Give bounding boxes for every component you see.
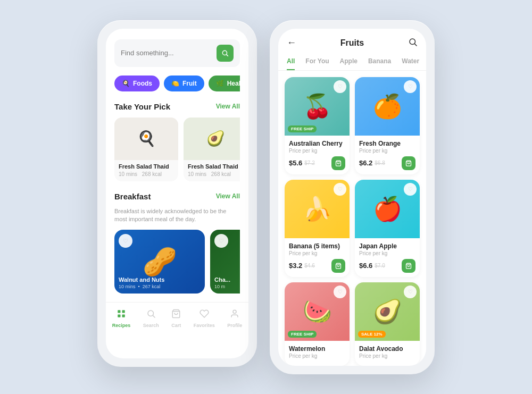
product-emoji-2: 🍌 <box>303 195 332 223</box>
breakfast-view-all[interactable]: View All <box>216 192 240 200</box>
phone1: 🍳 Foods 🍋 Fruit 🌿 Healthy Take Your Pick <box>97 20 257 367</box>
product-img-5: 🥑 ♡ SALE 12% <box>355 282 420 341</box>
tab-all[interactable]: All <box>287 57 295 70</box>
breakfast-name-0: Walnut and Nuts <box>119 276 164 283</box>
cart-btn-1[interactable] <box>402 156 415 170</box>
product-info-4: Watermelon Price per kg <box>285 341 350 366</box>
product-heart-3[interactable]: ♡ <box>404 183 417 196</box>
svg-rect-3 <box>122 311 125 313</box>
breakfast-card-0: 🥜 ♡ Walnut and Nuts 10 mins • 267 kcal <box>114 230 205 294</box>
phone2-inner: ← Fruits All For You Apple Banana Water <box>278 29 426 366</box>
search-input[interactable] <box>121 49 217 57</box>
svg-rect-4 <box>118 315 120 317</box>
pick-emoji-1: 🥑 <box>206 130 225 147</box>
product-heart-5[interactable]: ♡ <box>404 286 417 298</box>
picks-view-all[interactable]: View All <box>216 103 240 110</box>
svg-line-11 <box>414 44 417 46</box>
nav-profile[interactable]: Profile <box>227 309 242 328</box>
pick-card-1: 🥑 Fresh Salad Thaid 10 mins 268 kcal <box>184 118 240 181</box>
product-info-2: Banana (5 items) Price per kg $3.2 $4.6 <box>285 238 350 277</box>
phone2: ← Fruits All For You Apple Banana Water <box>270 20 435 374</box>
healthy-icon: 🌿 <box>216 80 224 87</box>
search-icon-btn[interactable] <box>408 37 418 49</box>
product-img-0: 🍒 ♡ FREE SHIP <box>285 77 350 136</box>
fruit-icon: 🍋 <box>171 80 179 87</box>
profile-nav-icon <box>230 309 239 321</box>
nav-cart[interactable]: Cart <box>171 309 181 328</box>
search-nav-icon <box>146 309 156 321</box>
picks-title: Take Your Pick <box>114 102 170 111</box>
product-heart-1[interactable]: ♡ <box>404 80 417 93</box>
other-emoji: 🌿 <box>238 246 240 278</box>
price-current-2: $3.2 <box>289 262 302 270</box>
pick-name-0: Fresh Salad Thaid <box>119 163 174 170</box>
product-info-1: Fresh Orange Price per kg $6.2 $6.8 <box>355 136 420 174</box>
product-card-5: 🥑 ♡ SALE 12% Dalat Avocado Price per kg <box>355 282 420 366</box>
nav-search-label: Search <box>143 323 159 328</box>
svg-point-6 <box>148 311 154 316</box>
pick-info-0: Fresh Salad Thaid 10 mins 268 kcal <box>114 160 178 181</box>
svg-rect-5 <box>122 315 125 317</box>
tab-foryou[interactable]: For You <box>305 57 329 70</box>
nav-recipes[interactable]: Recipes <box>112 309 131 328</box>
product-info-5: Dalat Avocado Price per kg <box>355 341 420 366</box>
cat-foods-label: Foods <box>133 80 152 87</box>
product-card-4: 🍉 ♡ FREE SHIP Watermelon Price per kg <box>285 282 350 366</box>
nav-favorites[interactable]: Favorites <box>194 309 215 328</box>
cat-fruit[interactable]: 🍋 Fruit <box>164 76 204 91</box>
price-row-2: $3.2 $4.6 <box>289 259 345 273</box>
product-card-2: 🍌 ♡ Banana (5 items) Price per kg $3.2 $… <box>285 180 350 277</box>
cart-btn-2[interactable] <box>331 259 345 273</box>
filter-tabs: All For You Apple Banana Water <box>278 53 426 71</box>
tab-apple[interactable]: Apple <box>340 57 358 70</box>
product-img-2: 🍌 ♡ <box>285 180 350 238</box>
product-unit-0: Price per kg <box>289 148 345 154</box>
cat-fruit-label: Fruit <box>182 80 197 87</box>
breakfast-cards: 🥜 ♡ Walnut and Nuts 10 mins • 267 kcal <box>114 230 240 294</box>
page-title: Fruits <box>340 38 364 48</box>
product-emoji-5: 🥑 <box>373 298 402 325</box>
svg-line-7 <box>153 316 155 318</box>
product-emoji-4: 🍉 <box>303 298 332 325</box>
product-name-4: Watermelon <box>289 345 345 353</box>
product-card-3: 🍎 ♡ Japan Apple Price per kg $6.6 $7.0 <box>355 180 420 277</box>
breakfast-name-1: Cha... <box>214 276 230 283</box>
tab-water[interactable]: Water <box>402 57 419 70</box>
product-heart-0[interactable]: ♡ <box>334 80 346 93</box>
product-heart-2[interactable]: ♡ <box>334 183 346 196</box>
cat-foods[interactable]: 🍳 Foods <box>114 76 160 91</box>
cat-healthy[interactable]: 🌿 Healthy <box>209 76 240 91</box>
svg-point-10 <box>410 39 415 45</box>
price-row-0: $5.6 $7.2 <box>289 156 345 170</box>
price-old-3: $7.0 <box>375 263 385 269</box>
price-group-0: $5.6 $7.2 <box>289 159 315 167</box>
breakfast-meta-1: 10 m <box>214 284 230 289</box>
product-emoji-0: 🍒 <box>303 93 332 120</box>
price-row-3: $6.6 $7.0 <box>359 259 415 273</box>
product-name-5: Dalat Avocado <box>359 345 415 353</box>
nav-search[interactable]: Search <box>143 309 159 328</box>
product-img-3: 🍎 ♡ <box>355 180 420 238</box>
favorites-nav-icon <box>200 309 209 321</box>
breakfast-info-1: Cha... 10 m <box>214 276 230 289</box>
nav-favorites-label: Favorites <box>194 323 215 328</box>
product-name-0: Australian Cherry <box>289 140 345 147</box>
foods-icon: 🍳 <box>122 80 130 87</box>
pick-emoji-0: 🍳 <box>137 130 156 147</box>
category-tabs: 🍳 Foods 🍋 Fruit 🌿 Healthy <box>114 76 240 91</box>
tab-banana[interactable]: Banana <box>368 57 391 70</box>
search-button[interactable] <box>217 45 234 62</box>
product-badge-5: SALE 12% <box>358 331 386 338</box>
picks-row: 🍳 Fresh Salad Thaid 10 mins 268 kcal <box>114 118 240 181</box>
pick-kcal-1: 268 kcal <box>211 171 231 177</box>
pick-meta-0: 10 mins 268 kcal <box>119 171 174 177</box>
cart-btn-3[interactable] <box>402 259 415 273</box>
product-name-3: Japan Apple <box>359 242 415 250</box>
product-heart-4[interactable]: ♡ <box>334 286 346 298</box>
svg-line-1 <box>227 54 228 56</box>
product-unit-5: Price per kg <box>359 353 415 359</box>
back-button[interactable]: ← <box>287 37 296 48</box>
pick-kcal-0: 268 kcal <box>142 171 162 177</box>
breakfast-section: Breakfast View All Breakfast is widely a… <box>106 192 248 294</box>
cart-btn-0[interactable] <box>331 156 345 170</box>
